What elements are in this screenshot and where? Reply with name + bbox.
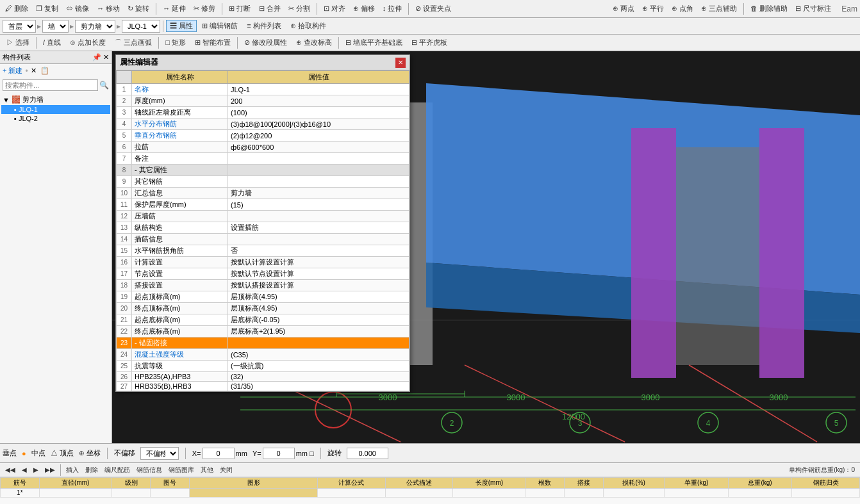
rotate-input[interactable] [347, 448, 388, 459]
three-arc-btn[interactable]: ⌒ 三点画弧 [111, 37, 156, 49]
smart-layout-btn[interactable]: ⊞ 智能布置 [191, 37, 235, 49]
prop-row[interactable]: 11 保护层厚度(mm) (15) [117, 199, 409, 211]
twopoint-btn[interactable]: ⊕ 两点 [610, 3, 637, 15]
merge-btn[interactable]: ⊟ 合并 [256, 3, 283, 15]
row-name: HRB335(B),HRB3 [132, 382, 228, 391]
prop-row[interactable]: 14 插筋信息 [117, 234, 409, 245]
prop-row[interactable]: 23 - 锚固搭接 [117, 337, 409, 349]
category-combo[interactable]: 墙 [42, 20, 69, 33]
prop-row[interactable]: 22 终点底标高(m) 层底标高+2(1.95) [117, 326, 409, 337]
align-btn[interactable]: ⊡ 对齐 [321, 3, 348, 15]
offset-btn[interactable]: ⊕ 偏移 [351, 3, 377, 15]
break-btn[interactable]: ⊞ 打断 [226, 3, 253, 15]
prop-row[interactable]: 16 计算设置 按默认计算设置计算 [117, 257, 409, 268]
x-input[interactable] [203, 448, 235, 459]
stretch-btn[interactable]: ↕ 拉伸 [380, 3, 405, 15]
snap-mid-label[interactable]: 中点 [31, 448, 45, 458]
setpoint-btn[interactable]: ⊘ 设置夹点 [413, 3, 454, 15]
delete-btn[interactable]: 🖊 🖊 删除删除 [3, 3, 31, 15]
close-steel-btn[interactable]: 关闭 [217, 465, 235, 475]
nav-last-btn[interactable]: ▶▶ [42, 466, 58, 474]
prop-row[interactable]: 6 拉筋 ф6@600*600 [117, 142, 409, 153]
snap-coord-btn[interactable]: ⊕ 坐标 [79, 448, 101, 458]
prop-row[interactable]: 7 备注 [117, 153, 409, 165]
mirror-btn[interactable]: ⇔ 镜像 [63, 3, 92, 15]
snap-top-btn[interactable]: △ 顶点 [51, 448, 74, 458]
extend-btn[interactable]: ↔ 延伸 [160, 3, 188, 15]
prop-table-container[interactable]: 属性名称 属性值 1 名称 JLQ-1 2 厚度(mm) 200 3 轴线距左墙… [116, 70, 409, 391]
select-mode-btn[interactable]: ▷ 选择 [3, 37, 33, 49]
rect-btn[interactable]: □ 矩形 [161, 37, 190, 49]
close-panel-btn[interactable]: ✕ [103, 53, 109, 61]
prop-row[interactable]: 3 轴线距左墙皮距离 (100) [117, 107, 409, 118]
prop-row[interactable]: 4 水平分布钢筋 (3)ф18@100[2000]/(3)ф16@10 [117, 118, 409, 130]
check-elev-btn[interactable]: ⊕ 查改标高 [292, 37, 336, 49]
tree-item-jlq1[interactable]: ▪ JLQ-1 [1, 105, 110, 114]
tree-item-jlq2[interactable]: ▪ JLQ-2 [1, 114, 110, 123]
delete-member-btn[interactable]: ✕ [31, 67, 37, 75]
prop-row[interactable]: 26 HPB235(A),HPB3 (32) [117, 372, 409, 382]
import-btn[interactable]: 📋 [40, 67, 49, 75]
copy-btn[interactable]: ❐ 复制 [33, 3, 61, 15]
search-icon[interactable]: 🔍 [99, 81, 109, 90]
y-input[interactable] [263, 448, 295, 459]
delaux-btn[interactable]: 🗑 删除辅助 [748, 3, 790, 15]
delete-rebar-btn[interactable]: 删除 [83, 465, 101, 475]
trim-btn[interactable]: ✂ 修剪 [191, 3, 218, 15]
pin-icon[interactable]: 📌 [92, 53, 101, 61]
view-area[interactable]: 3000 3000 3000 3000 12000 2 3 4 5 4 3000 [112, 51, 860, 443]
prop-row[interactable]: 9 其它钢筋 [117, 176, 409, 188]
parallel-btn[interactable]: ⊕ 平行 [640, 3, 666, 15]
prop-row[interactable]: 5 垂直分布钢筋 (2)ф12@200 [117, 130, 409, 142]
dimension-btn[interactable]: ⊟ 尺寸标注 [793, 3, 834, 15]
edit-rebar-btn[interactable]: ⊞ 编辑钢筋 [198, 20, 242, 32]
floor-combo[interactable]: 首层 [3, 20, 36, 33]
steel-row-1[interactable]: 1* [1, 489, 860, 498]
move-btn[interactable]: ↔ 移动 [94, 3, 122, 15]
prop-row[interactable]: 21 起点底标高(m) 层底标高(-0.05) [117, 314, 409, 326]
snap-mid-btn[interactable]: ● [22, 450, 26, 457]
prop-row[interactable]: 15 水平钢筋拐角筋 否 [117, 245, 409, 257]
modify-seg-btn[interactable]: ⊘ 修改段属性 [240, 37, 291, 49]
prop-row[interactable]: 12 压墙筋 [117, 211, 409, 222]
prop-row[interactable]: 13 纵筋构造 设置插筋 [117, 222, 409, 234]
split-btn[interactable]: ✂ 分割 [286, 3, 313, 15]
nav-first-btn[interactable]: ◀◀ [3, 466, 18, 474]
wall-bottom-btn[interactable]: ⊟ 墙底平齐基础底 [342, 37, 406, 49]
property-btn[interactable]: ☰ 属性 [166, 20, 197, 32]
search-input[interactable] [3, 79, 98, 91]
prop-row[interactable]: 1 名称 JLQ-1 [117, 84, 409, 95]
member-combo[interactable]: JLQ-1 [122, 20, 160, 33]
type-combo[interactable]: 剪力墙 [75, 20, 115, 33]
rotate-btn[interactable]: ↻ 旋转 [125, 3, 152, 15]
snap-vertex-btn[interactable]: 垂点 [3, 448, 17, 458]
rebar-info-btn[interactable]: 钢筋信息 [134, 465, 165, 475]
prop-row[interactable]: 10 汇总信息 剪力墙 [117, 188, 409, 199]
prop-row[interactable]: 24 混凝土强度等级 (C35) [117, 349, 409, 361]
nav-next-btn[interactable]: ▶ [31, 466, 41, 474]
not-move-combo[interactable]: 不偏移 [140, 447, 179, 460]
pointangle-btn[interactable]: ⊕ 点角 [669, 3, 696, 15]
level-board-btn[interactable]: ⊟ 平齐虎板 [408, 37, 451, 49]
pick-member-btn[interactable]: ⊕ 拾取构件 [286, 20, 330, 32]
prop-row[interactable]: 20 终点顶标高(m) 层顶标高(4.95) [117, 303, 409, 314]
prop-row[interactable]: 27 HRB335(B),HRB3 (31/35) [117, 382, 409, 391]
prop-row[interactable]: 25 抗震等级 (一级抗震) [117, 361, 409, 372]
point-length-btn[interactable]: ⊙ 点加长度 [66, 37, 110, 49]
member-list-btn2[interactable]: ≡ 构件列表 [243, 20, 285, 32]
prop-row[interactable]: 8 - 其它属性 [117, 165, 409, 176]
prop-close-btn[interactable]: ✕ [395, 58, 406, 68]
insert-btn[interactable]: 插入 [63, 465, 81, 475]
line-btn[interactable]: / 直线 [39, 37, 65, 49]
prop-row[interactable]: 18 搭接设置 按默认搭接设置计算 [117, 280, 409, 291]
tree-group-label[interactable]: ▼ 🧱 剪力墙 [1, 94, 110, 105]
prop-row[interactable]: 17 节点设置 按默认节点设置计算 [117, 268, 409, 280]
other-btn[interactable]: 其他 [198, 465, 216, 475]
new-btn[interactable]: + 新建 [3, 66, 22, 76]
threepoint-btn[interactable]: ⊕ 三点辅助 [699, 3, 740, 15]
rebar-lib-btn[interactable]: 钢筋图库 [166, 465, 197, 475]
prop-row[interactable]: 19 起点顶标高(m) 层顶标高(4.95) [117, 291, 409, 303]
dim-rebar-btn[interactable]: 编尺配筋 [102, 465, 133, 475]
nav-prev-btn[interactable]: ◀ [19, 466, 29, 474]
prop-row[interactable]: 2 厚度(mm) 200 [117, 95, 409, 107]
